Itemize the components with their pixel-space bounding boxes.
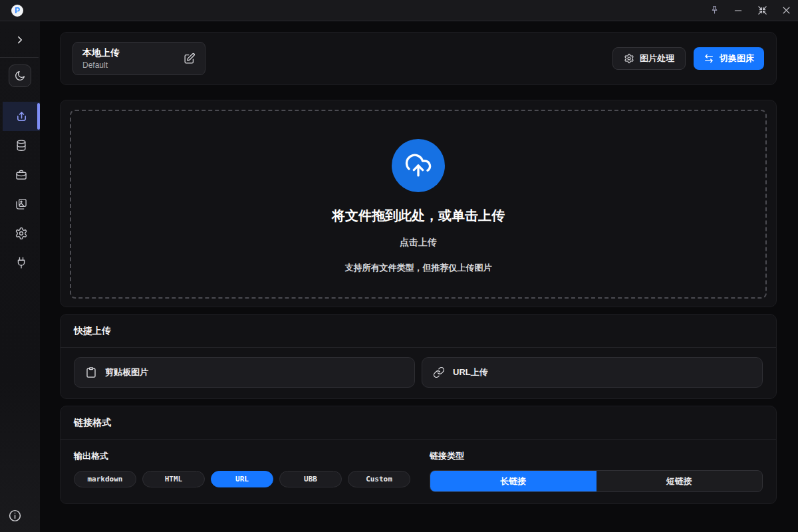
minimize-icon (733, 6, 743, 15)
image-process-button[interactable]: 图片处理 (612, 47, 686, 70)
link-type-group: 链接类型 长链接 短链接 (430, 446, 763, 492)
sidebar-divider (0, 57, 39, 58)
app-logo: P (11, 5, 23, 17)
link-format-card: 链接格式 输出格式 markdown HTML URL UBB Custom 链… (60, 406, 777, 504)
upload-icon (15, 110, 29, 124)
sidebar-item-upload[interactable] (3, 102, 40, 131)
database-icon (15, 139, 28, 152)
sidebar-item-gallery[interactable] (3, 190, 40, 219)
sidebar-expand-button[interactable] (0, 27, 40, 53)
swap-arrows-icon (704, 53, 714, 64)
sidebar-item-album[interactable] (3, 131, 40, 160)
format-option-html[interactable]: HTML (142, 471, 205, 487)
briefcase-icon (15, 168, 28, 182)
minimize-button[interactable] (726, 0, 750, 21)
titlebar: P (0, 0, 798, 21)
sidebar-item-plugins[interactable] (3, 248, 40, 277)
restore-button[interactable] (750, 0, 774, 21)
dropzone-click-text[interactable]: 点击上传 (400, 237, 437, 249)
quick-upload-header: 快捷上传 (61, 315, 776, 348)
chevron-right-icon (14, 34, 26, 46)
link-format-body: 输出格式 markdown HTML URL UBB Custom 链接类型 长… (61, 440, 776, 492)
header-actions: 图片处理 切换图床 (612, 47, 764, 70)
dropzone-title: 将文件拖到此处，或单击上传 (332, 207, 505, 225)
output-format-group: 输出格式 markdown HTML URL UBB Custom (74, 446, 410, 492)
uploader-config-name: Default (82, 61, 120, 70)
link-format-header: 链接格式 (61, 406, 776, 440)
output-format-label: 输出格式 (74, 450, 410, 462)
sidebar-item-settings[interactable] (3, 219, 40, 248)
link-type-short[interactable]: 短链接 (597, 471, 763, 491)
url-upload-label: URL上传 (453, 366, 488, 378)
window-controls (702, 0, 798, 21)
clipboard-icon (85, 366, 97, 378)
sidebar-item-bucket[interactable] (3, 160, 40, 190)
file-dropzone[interactable]: 将文件拖到此处，或单击上传 点击上传 支持所有文件类型，但推荐仅上传图片 (70, 110, 767, 299)
sidebar (0, 21, 40, 532)
info-icon (8, 509, 23, 523)
close-button[interactable] (774, 0, 798, 21)
logo-letter: P (15, 6, 20, 15)
pin-icon (710, 5, 720, 15)
quick-upload-title: 快捷上传 (74, 325, 111, 337)
plug-icon (15, 256, 28, 269)
gear-icon (624, 53, 634, 64)
image-process-label: 图片处理 (640, 53, 674, 65)
upload-circle-button[interactable] (392, 139, 445, 192)
arrows-pointing-in-icon (757, 5, 767, 15)
clipboard-upload-label: 剪贴板图片 (105, 366, 148, 378)
quick-upload-card: 快捷上传 剪贴板图片 URL上传 (60, 314, 777, 399)
url-upload-button[interactable]: URL上传 (422, 357, 763, 388)
about-button[interactable] (8, 508, 23, 523)
format-option-custom[interactable]: Custom (348, 471, 410, 487)
link-type-long[interactable]: 长链接 (430, 471, 597, 491)
edit-icon[interactable] (183, 53, 196, 65)
format-option-url[interactable]: URL (211, 471, 273, 487)
theme-toggle-button[interactable] (9, 65, 31, 87)
format-option-markdown[interactable]: markdown (74, 471, 136, 487)
link-icon (433, 366, 445, 378)
upload-card: 将文件拖到此处，或单击上传 点击上传 支持所有文件类型，但推荐仅上传图片 (60, 100, 777, 307)
uploader-header-card: 本地上传 Default 图片处理 (60, 32, 777, 85)
quick-upload-body: 剪贴板图片 URL上传 (61, 348, 776, 388)
output-format-options: markdown HTML URL UBB Custom (74, 471, 410, 487)
clipboard-upload-button[interactable]: 剪贴板图片 (74, 357, 415, 388)
pin-window-button[interactable] (702, 0, 726, 21)
uploader-name: 本地上传 (82, 47, 120, 59)
link-type-toggle: 长链接 短链接 (430, 470, 763, 492)
moon-icon (14, 70, 26, 82)
cloud-upload-icon (404, 152, 432, 180)
link-type-label: 链接类型 (430, 450, 763, 462)
current-uploader-selector[interactable]: 本地上传 Default (72, 42, 205, 75)
sidebar-nav (0, 102, 40, 277)
close-icon (781, 5, 791, 15)
format-option-ubb[interactable]: UBB (279, 471, 342, 487)
dropzone-hint: 支持所有文件类型，但推荐仅上传图片 (345, 262, 492, 274)
gear-icon (15, 227, 28, 240)
switch-bed-label: 切换图床 (720, 53, 754, 65)
uploader-profile: 本地上传 Default (82, 47, 120, 70)
link-format-title: 链接格式 (74, 417, 111, 429)
switch-bed-button[interactable]: 切换图床 (694, 47, 764, 70)
images-icon (15, 198, 28, 211)
